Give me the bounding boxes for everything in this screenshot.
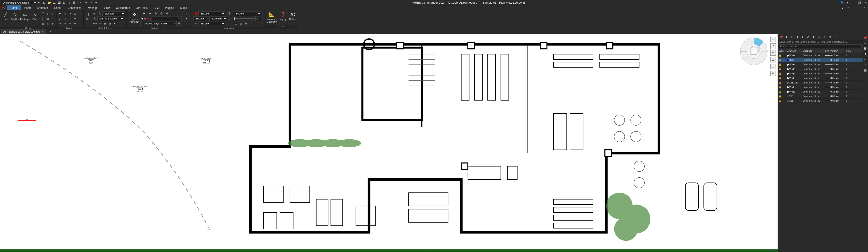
redo-icon[interactable]: ↷	[89, 1, 93, 4]
measure-tool[interactable]: 📐Measure Geometry	[266, 11, 278, 23]
layer-state-combo[interactable]: Unsaved Layer State	[142, 21, 177, 26]
menu-tab-home[interactable]: Home	[7, 5, 21, 10]
offset-icon[interactable]: ⫽	[63, 16, 67, 21]
fillet-icon[interactable]: ⌐	[68, 21, 72, 26]
layerpanel-current-icon[interactable]: ❖	[795, 35, 800, 39]
undo-dropdown-icon[interactable]: ▾	[84, 1, 88, 4]
open-icon[interactable]: 📂	[48, 1, 51, 4]
menu-tab-xtratools[interactable]: XtraTools	[133, 5, 151, 10]
nav-home-icon[interactable]: ⌂	[770, 37, 776, 42]
layers-manager-button[interactable]: ❖ Layers Manager	[128, 11, 141, 23]
scale-icon[interactable]: ⤢	[68, 16, 72, 21]
layer-table[interactable]: Lock LineColor LineStyle LineWeight ▾ Tr…	[778, 49, 863, 252]
rectangle-tool[interactable]: ▭Rectangle	[20, 11, 30, 21]
inquiry-tool[interactable]: ❓Inquiry	[279, 11, 287, 21]
layerpanel-tree-icon[interactable]: ⊞	[828, 35, 832, 39]
layerpanel-delete-icon[interactable]: ❖	[789, 35, 794, 39]
app-minimize-icon[interactable]: –	[852, 6, 855, 10]
lock-icon[interactable]: 🔓	[779, 90, 781, 93]
stretch-icon[interactable]: ↔	[73, 16, 77, 21]
arc-tool-icon[interactable]: ⌒	[40, 11, 45, 16]
redo-dropdown-icon[interactable]: ▾	[94, 1, 98, 4]
user-dropdown-icon[interactable]: ▾	[846, 1, 849, 4]
layer-lock-icon[interactable]: ❖	[153, 11, 158, 16]
workspace-dropdown-icon[interactable]: ▾	[37, 1, 41, 4]
cloud-open-icon[interactable]: ☁	[53, 1, 56, 4]
app-close-icon[interactable]: ✕	[863, 6, 866, 10]
layerpanel-close-icon[interactable]: ✕	[857, 35, 862, 39]
transparency-value[interactable]	[255, 16, 261, 21]
linetype-combo-2[interactable]: Solid line	[210, 16, 227, 21]
layer-row[interactable]: 🔓WhiteContinuo...lid line0.40 mm0	[778, 53, 863, 58]
ellipse-tool-icon[interactable]: ⬭	[51, 11, 55, 16]
spline-tool-icon[interactable]: ∫	[45, 11, 50, 16]
layer-state-more-icon[interactable]: ❖	[177, 21, 182, 26]
layer-col-tra[interactable]: Tra...	[845, 49, 854, 53]
dim-icon[interactable]: ⟷	[92, 21, 97, 26]
layer-row[interactable]: 🔓WhiteContinuo...lid line0.35 mm0	[778, 72, 863, 76]
copy-icon[interactable]: ⧉	[63, 11, 67, 16]
menu-tab-collaborate[interactable]: Collaborate	[113, 5, 133, 10]
layer-row[interactable]: 🔓WhiteContinuo...lid line0.35 mm0	[778, 76, 863, 81]
layerpanel-filter-icon[interactable]: ❖	[817, 35, 821, 39]
menu-tab-plugins[interactable]: Plugins	[162, 5, 177, 10]
cloud-save-icon[interactable]: ⇪	[67, 1, 71, 4]
document-tab[interactable]: AT - Sample 03...n View L00.dwg ✕	[1, 29, 46, 34]
menu-tab-annotate[interactable]: Annotate	[34, 5, 51, 10]
layer-row[interactable]: 🔓WhiteContinuo...lid line0.35 mm0	[778, 85, 863, 90]
layerpanel-help-icon[interactable]: ?	[833, 35, 837, 39]
layer-row[interactable]: 🔓WhiteContinuo...lid line0.15 mm0	[778, 90, 863, 94]
sidestrip-sheets-icon[interactable]: ≣	[864, 63, 868, 67]
sidestrip-layers-icon[interactable]: ❖	[864, 52, 868, 56]
sidestrip-pin-icon[interactable]: 📌	[864, 36, 868, 40]
user-icon[interactable]: 👤	[840, 1, 844, 4]
app-logo-icon[interactable]	[0, 5, 7, 10]
layer-row[interactable]: 🔓WhiteContinuo...lid line0.50 mm0	[778, 62, 863, 67]
cloud-tool-icon[interactable]: ☁	[45, 21, 50, 26]
extend-icon[interactable]: →	[63, 21, 67, 26]
list-icon[interactable]: ⊡	[234, 21, 238, 26]
anno-more-icon[interactable]: ▾	[112, 21, 117, 26]
trim-icon[interactable]: ✂	[58, 21, 62, 26]
layerpanel-check-icon[interactable]: ✓	[806, 35, 810, 39]
lock-icon[interactable]: 🔓	[779, 77, 781, 79]
layer-iso-icon[interactable]: ❖	[142, 11, 146, 16]
help-icon[interactable]: ?	[846, 6, 850, 10]
transparency-slider[interactable]	[234, 18, 254, 19]
layer-col-lock[interactable]: Lock	[778, 49, 786, 53]
text-style-icon[interactable]: A↕	[92, 11, 97, 16]
lock-icon[interactable]: 🔓	[779, 81, 781, 84]
polyline-tool[interactable]: ∿PolyLine	[11, 11, 19, 21]
color-combo[interactable]: ByLayer	[198, 11, 225, 16]
layer-row[interactable]: 🔓165...,49Continuo...lid line0.35 mm0	[778, 81, 863, 85]
view-cube[interactable]	[739, 37, 769, 66]
explode-icon[interactable]: ✧	[73, 21, 77, 26]
nav-ccw-icon[interactable]: ↶	[770, 44, 776, 49]
doc-restore-icon[interactable]: ❐	[858, 1, 861, 4]
menu-tab-sheet[interactable]: Sheet	[51, 5, 64, 10]
dim-style-combo[interactable]: GB - Annotative	[97, 16, 124, 21]
lock-icon[interactable]: 🔓	[779, 73, 781, 75]
layerpanel-new-icon[interactable]: ❖	[784, 35, 789, 39]
mleader-icon[interactable]: ⊡	[107, 21, 112, 26]
layer-freeze-icon[interactable]: ❖	[147, 11, 152, 16]
menu-tab-bim[interactable]: BIM	[151, 5, 162, 10]
new-icon[interactable]: 🗋	[42, 1, 46, 4]
layer-col-color[interactable]: LineColor	[786, 49, 802, 53]
doc-minimize-icon[interactable]: –	[852, 1, 855, 4]
lock-icon[interactable]: 🔓	[779, 100, 781, 102]
text-tool[interactable]: TText	[85, 11, 92, 21]
layer-off-icon[interactable]: ❖	[159, 11, 164, 16]
add-document-tab[interactable]: ＋	[48, 29, 53, 34]
lock-icon[interactable]: 🔓	[779, 54, 781, 57]
saveas-icon[interactable]: 🗎	[62, 1, 66, 4]
menu-tab-constraints[interactable]: Constraints	[64, 5, 85, 10]
stamp-icon[interactable]: ▾	[184, 16, 189, 21]
table-icon[interactable]: ⊞	[102, 21, 107, 26]
donut-tool-icon[interactable]: ◎	[51, 21, 55, 26]
doc-close-icon[interactable]: ✕	[864, 1, 867, 4]
layerpanel-prev-icon[interactable]: ❖	[800, 35, 805, 39]
check-icon[interactable]: ✓	[184, 11, 189, 16]
text-style-combo[interactable]: Standard	[102, 11, 125, 16]
layerpanel-filter-input[interactable]	[779, 44, 862, 48]
